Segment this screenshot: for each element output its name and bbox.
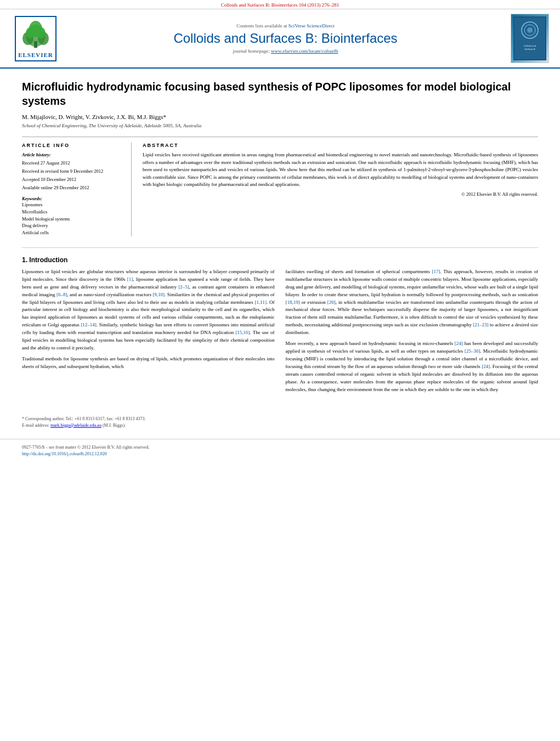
footer-doi-link[interactable]: http://dx.doi.org/10.1016/j.colsurfb.201… (22, 451, 107, 456)
authors-text: M. Mijajlovic, D. Wright, V. Zivkovic, J… (22, 114, 166, 120)
ref-15-16-link[interactable]: [15,16] (235, 330, 250, 335)
journal-header: ELSEVIER Contents lists available at Sci… (0, 9, 560, 69)
section-number: 1. (22, 256, 27, 264)
article-info-column: ARTICLE INFO Article history: Received 2… (22, 143, 132, 236)
elsevier-brand-text: ELSEVIER (18, 52, 53, 58)
keywords-label: Keywords: (22, 196, 123, 201)
authors-line: M. Mijajlovic, D. Wright, V. Zivkovic, J… (22, 114, 538, 120)
footnote-email-link[interactable]: mark.biggs@adelaide.edu.au (50, 423, 101, 428)
intro-para-3: facilitates swelling of sheets and forma… (286, 268, 539, 337)
abstract-column: ABSTRACT Lipid vesicles have received si… (143, 143, 538, 236)
section-heading-intro: 1. Introduction (22, 256, 538, 264)
footer-doi: http://dx.doi.org/10.1016/j.colsurfb.201… (22, 451, 538, 456)
elsevier-tree-icon (19, 19, 52, 49)
accepted-row: Accepted 10 December 2012 (22, 176, 123, 182)
elsevier-logo: ELSEVIER (11, 16, 60, 61)
keyword-model-bio: Model biological systems (22, 216, 123, 223)
ref-12-14-link[interactable]: [12–14] (81, 322, 97, 327)
journal-thumbnail: Colloids and Surfaces B (511, 14, 549, 63)
page-wrapper: Colloids and Surfaces B: Biointerfaces 1… (0, 0, 560, 463)
ref-20-link[interactable]: [20] (327, 299, 336, 305)
footnote-area: * Corresponding author. Tel.: +61 8 8313… (0, 414, 560, 428)
sciverse-line: Contents lists available at SciVerse Sci… (71, 23, 500, 29)
keyword-artificial-cells: Artificial cells (22, 229, 123, 236)
svg-text:Surfaces B: Surfaces B (524, 48, 535, 50)
svg-point-13 (527, 27, 533, 33)
and-text: and (59, 364, 66, 369)
received-revised-value: Received in revised form 9 December 2012 (22, 168, 103, 174)
received-row: Received 27 August 2012 (22, 160, 123, 166)
intro-left-col: Liposomes or lipid vesicles are globular… (22, 268, 275, 397)
abstract-text: Lipid vesicles have received significant… (143, 151, 538, 189)
ref-17-link[interactable]: [17] (432, 269, 440, 274)
ref-9-10-link[interactable]: [9,10] (152, 292, 165, 297)
intro-right-col: facilitates swelling of sheets and forma… (286, 268, 539, 397)
footnote-email-label: E-mail address: (22, 423, 49, 428)
svg-rect-8 (35, 44, 36, 47)
svg-point-7 (35, 42, 37, 44)
journal-homepage: journal homepage: www.elsevier.com/locat… (71, 48, 500, 54)
svg-text:Colloids and: Colloids and (524, 44, 536, 47)
available-value: Available online 29 December 2012 (22, 185, 89, 190)
keyword-drug-delivery: Drug delivery (22, 222, 123, 229)
ref-18-19-link[interactable]: [18,19] (286, 299, 300, 305)
available-row: Available online 29 December 2012 (22, 184, 123, 190)
ref-24b-link[interactable]: [24] (482, 364, 490, 369)
ref-24-link[interactable]: [24] (455, 341, 463, 346)
accepted-value: Accepted 10 December 2012 (22, 177, 76, 182)
homepage-link[interactable]: www.elsevier.com/locate/colsurfb (271, 48, 338, 54)
affiliation-text: School of Chemical Engineering, The Univ… (22, 123, 538, 128)
introduction-section: 1. Introduction Liposomes or lipid vesic… (22, 247, 538, 397)
section-title: Introduction (29, 256, 67, 264)
footer-issn: 0927-7765/$ – see front matter © 2012 El… (22, 445, 538, 450)
journal-citation-bar: Colloids and Surfaces B: Biointerfaces 1… (0, 0, 560, 9)
journal-title-header: Colloids and Surfaces B: Biointerfaces (71, 31, 500, 46)
article-info-abstract-section: ARTICLE INFO Article history: Received 2… (22, 137, 538, 236)
keyword-microfluidics: Microfluidics (22, 208, 123, 216)
intro-para-1: Liposomes or lipid vesicles are globular… (22, 268, 275, 352)
citation-text: Colloids and Surfaces B: Biointerfaces 1… (221, 2, 340, 8)
svg-point-6 (37, 27, 46, 38)
logo-box: ELSEVIER (15, 16, 56, 61)
footnote-star: * Corresponding author. Tel.: +61 8 8313… (22, 416, 538, 421)
received-value: Received 27 August 2012 (22, 160, 70, 166)
footnote-star-text: * Corresponding author. Tel.: +61 8 8313… (22, 416, 145, 421)
footnote-email-line: E-mail address: mark.biggs@adelaide.edu.… (22, 423, 538, 428)
keywords-section: Keywords: Liposomes Microfluidics Model … (22, 196, 123, 236)
main-content: Microfluidic hydrodynamic focusing based… (0, 69, 560, 408)
article-title: Microfluidic hydrodynamic focusing based… (22, 80, 538, 108)
ref-6-8-link[interactable]: [6–8] (56, 292, 67, 297)
intro-two-col: Liposomes or lipid vesicles are globular… (22, 268, 538, 397)
intro-para-4: More recently, a new approach based on h… (286, 340, 539, 394)
svg-point-5 (26, 27, 35, 38)
article-info-label: ARTICLE INFO (22, 143, 123, 148)
ref-2-5-link[interactable]: [2–5] (178, 284, 189, 290)
journal-info-center: Contents lists available at SciVerse Sci… (71, 23, 500, 54)
page-footer: 0927-7765/$ – see front matter © 2012 El… (0, 439, 560, 463)
keyword-liposomes: Liposomes (22, 201, 123, 208)
history-label-row: Article history: (22, 151, 123, 157)
sciverse-link[interactable]: SciVerse ScienceDirect (289, 23, 335, 29)
ref-1-11-link[interactable]: [1,11] (255, 299, 267, 305)
footnote-email-suffix: (M.J. Biggs). (103, 423, 126, 428)
journal-cover-image: Colloids and Surfaces B (513, 16, 546, 60)
intro-para-2: Traditional methods for liposome synthes… (22, 355, 275, 371)
ref-21-23-link[interactable]: [21–23] (473, 322, 489, 327)
ref-25-30-link[interactable]: [25–30] (465, 348, 480, 354)
ref-1-link[interactable]: [1] (127, 276, 133, 282)
abstract-label: ABSTRACT (143, 143, 538, 148)
history-label: Article history: (22, 152, 51, 157)
copyright-line: © 2012 Elsevier B.V. All rights reserved… (143, 191, 538, 197)
received-revised-row: Received in revised form 9 December 2012 (22, 168, 123, 174)
